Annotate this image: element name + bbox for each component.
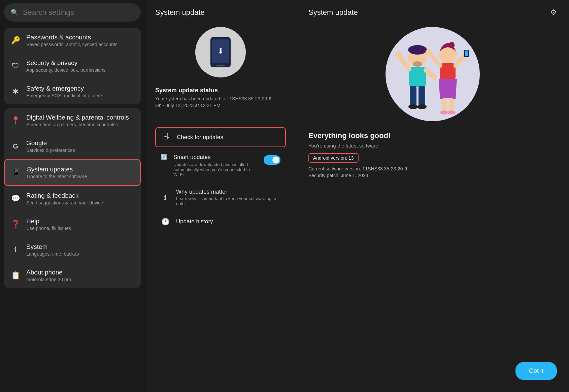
right-panel: System update ⚙: [296, 0, 569, 392]
google-title: Google: [26, 139, 75, 147]
smart-updates-title: Smart updates: [173, 154, 258, 161]
good-section: Everything looks good! You're using the …: [308, 131, 557, 179]
system-subtitle: Languages, time, backup: [26, 251, 79, 257]
sidebar-item-help[interactable]: ❓ Help Use phone, fix issues: [4, 211, 141, 237]
rating-title: Rating & feedback: [26, 192, 103, 199]
middle-panel-title: System update: [155, 8, 286, 17]
system-icon: ℹ: [11, 246, 20, 254]
system-title: System: [26, 243, 79, 251]
wellbeing-subtitle: Screen time, app timers, bedtime schedul…: [26, 122, 129, 127]
security-patch: Security patch: June 1, 2023: [308, 173, 557, 178]
check-updates-icon: [161, 133, 171, 142]
security-subtitle: App security, device lock, permissions: [26, 67, 106, 73]
sidebar-item-safety[interactable]: ✱ Safety & emergency Emergency SOS, medi…: [4, 79, 141, 104]
smart-updates-item[interactable]: 🔄 Smart updates Updates are downloaded a…: [155, 149, 286, 182]
why-updates-subtitle: Learn why it's important to keep your so…: [176, 196, 280, 206]
smart-updates-toggle[interactable]: [264, 155, 280, 165]
svg-rect-25: [449, 98, 454, 112]
sidebar: 🔍 🔑 Passwords & accounts Saved passwords…: [0, 0, 145, 392]
gear-icon[interactable]: ⚙: [550, 8, 557, 17]
svg-line-11: [426, 70, 434, 77]
passwords-subtitle: Saved passwords, autofill, synced accoun…: [26, 42, 118, 47]
svg-rect-12: [410, 86, 416, 106]
sidebar-item-wellbeing[interactable]: 📍 Digital Wellbeing & parental controls …: [4, 108, 141, 133]
svg-point-16: [413, 61, 422, 67]
status-section: System update status Your system has bee…: [155, 87, 286, 109]
about-title: About phone: [26, 269, 71, 276]
about-icon: 📋: [11, 271, 20, 280]
sidebar-item-security[interactable]: 🛡 Security & privacy App security, devic…: [4, 53, 141, 79]
google-icon: G: [11, 142, 20, 150]
system-updates-subtitle: Update to the latest software: [27, 174, 87, 179]
phone-update-svg: ⬇: [207, 35, 234, 69]
rating-icon: 💬: [11, 194, 20, 203]
update-history-icon: 🕐: [161, 218, 170, 226]
help-icon: ❓: [11, 220, 20, 229]
svg-rect-24: [442, 98, 447, 112]
svg-point-14: [408, 104, 418, 109]
svg-point-26: [440, 110, 448, 115]
help-subtitle: Use phone, fix issues: [26, 226, 71, 231]
svg-rect-13: [419, 86, 425, 106]
why-updates-title: Why updates matter: [176, 189, 280, 195]
passwords-title: Passwords & accounts: [26, 34, 118, 41]
sidebar-item-passwords[interactable]: 🔑 Passwords & accounts Saved passwords, …: [4, 28, 141, 53]
rating-subtitle: Send suggestions & rate your device: [26, 200, 103, 205]
smart-updates-subtitle: Updates are downloaded and installed aut…: [173, 162, 258, 177]
sidebar-item-system[interactable]: ℹ System Languages, time, backup: [4, 237, 141, 263]
google-subtitle: Services & preferences: [26, 148, 75, 153]
system-updates-title: System updates: [27, 166, 87, 173]
good-subtitle: You're using the latest software.: [308, 143, 557, 149]
sidebar-item-about[interactable]: 📋 About phone motorola edge 30 pro: [4, 263, 141, 288]
divider: [155, 122, 286, 122]
svg-point-17: [395, 51, 402, 58]
search-icon: 🔍: [11, 9, 18, 16]
svg-rect-4: [163, 133, 168, 139]
update-history-item[interactable]: 🕐 Update history: [155, 213, 286, 230]
why-updates-item[interactable]: ℹ Why updates matter Learn why it's impo…: [155, 184, 286, 211]
phone-circle: ⬇: [195, 27, 246, 77]
right-header: System update ⚙: [308, 8, 557, 17]
sidebar-item-system-updates[interactable]: 📱 System updates Update to the latest so…: [4, 159, 141, 186]
sidebar-section-top: 🔑 Passwords & accounts Saved passwords, …: [4, 28, 141, 104]
search-bar[interactable]: 🔍: [4, 3, 141, 22]
svg-rect-19: [440, 63, 456, 80]
system-updates-icon: 📱: [11, 168, 21, 177]
smart-updates-icon: 🔄: [161, 154, 167, 160]
svg-point-23: [426, 49, 432, 55]
security-title: Security & privacy: [26, 59, 106, 67]
check-updates-title: Check for updates: [177, 134, 223, 141]
update-history-title: Update history: [176, 218, 213, 225]
sidebar-section-middle: 📍 Digital Wellbeing & parental controls …: [4, 108, 141, 288]
software-version: Current software version: T1SHS33.35-23-…: [308, 166, 557, 171]
middle-panel: System update ⬇ System update status You…: [145, 0, 296, 392]
wellbeing-title: Digital Wellbeing & parental controls: [26, 114, 129, 121]
people-illustration: [386, 27, 480, 121]
svg-rect-29: [465, 51, 468, 56]
search-input[interactable]: [23, 8, 134, 17]
svg-line-20: [429, 53, 440, 66]
illustration-area: [308, 27, 557, 121]
sidebar-item-google[interactable]: G Google Services & preferences: [4, 133, 141, 159]
status-title: System update status: [155, 87, 286, 94]
right-panel-title: System update: [308, 8, 358, 17]
svg-rect-3: [216, 65, 225, 66]
wellbeing-icon: 📍: [11, 116, 20, 125]
people-svg: [389, 30, 476, 118]
security-icon: 🛡: [11, 62, 20, 70]
passwords-icon: 🔑: [11, 36, 20, 45]
phone-illustration: ⬇: [155, 27, 286, 77]
sidebar-item-rating[interactable]: 💬 Rating & feedback Send suggestions & r…: [4, 186, 141, 211]
svg-text:⬇: ⬇: [217, 47, 224, 55]
why-updates-icon: ℹ: [161, 193, 170, 201]
android-version-badge: Android version: 13: [308, 153, 359, 163]
status-date: On - July 12, 2023 at 12:21 PM: [155, 103, 286, 108]
good-title: Everything looks good!: [308, 131, 557, 140]
got-it-button[interactable]: Got it: [515, 362, 557, 380]
svg-rect-9: [409, 67, 426, 87]
svg-line-10: [399, 56, 409, 69]
safety-icon: ✱: [11, 87, 20, 96]
svg-point-15: [417, 104, 427, 109]
svg-line-21: [456, 54, 466, 66]
check-updates-item[interactable]: Check for updates: [155, 127, 286, 147]
